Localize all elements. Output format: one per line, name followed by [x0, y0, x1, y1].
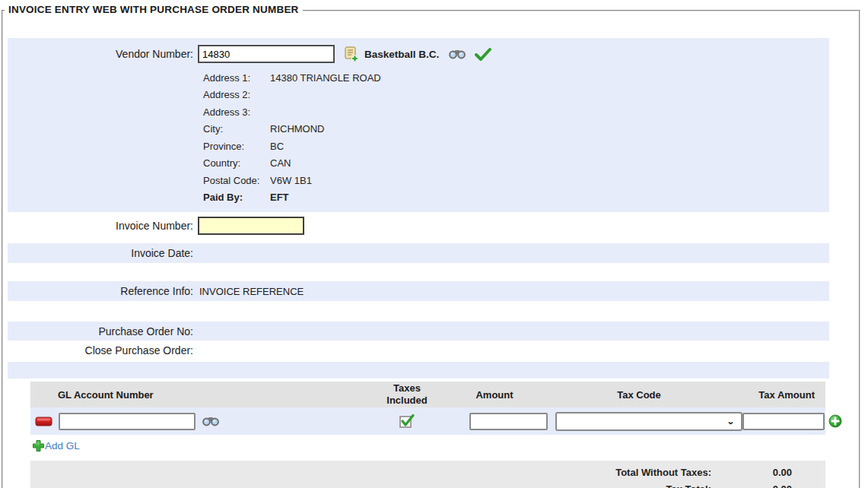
city-value: RICHMOND [270, 123, 325, 135]
empty-band [8, 362, 829, 379]
tax-total-label: Tax Total: [30, 483, 711, 488]
close-purchase-order-row: Close Purchase Order: [8, 341, 829, 360]
reference-info-label: Reference Info: [8, 285, 198, 297]
gl-account-input[interactable] [59, 413, 196, 430]
address-row: Postal Code: V6W 1B1 [203, 172, 829, 189]
vendor-section: Vendor Number: Basketball B.C. [8, 38, 829, 212]
vendor-address-block: Address 1: 14380 TRIANGLE ROAD Address 2… [203, 69, 829, 206]
tax-total-row: Tax Total: 0.00 [30, 481, 825, 488]
add-vendor-icon[interactable] [344, 46, 360, 62]
gl-table: GL Account Number Taxes Included Amount … [30, 382, 825, 435]
vendor-valid-check-icon [474, 47, 492, 62]
invoice-date-label: Invoice Date: [8, 247, 198, 259]
tax-total-value[interactable]: 0.00 [711, 483, 810, 488]
province-value: BC [270, 141, 284, 152]
vendor-name-text: Basketball B.C. [364, 49, 439, 60]
header-tax-amount: Tax Amount [730, 389, 825, 401]
totals-section: Total Without Taxes: 0.00 Tax Total: 0.0… [30, 461, 825, 488]
add-gl-row: Add GL [32, 436, 829, 455]
gl-table-row: ⌄ [30, 407, 825, 435]
address-row: Address 3: [203, 103, 829, 121]
invoice-number-row: Invoice Number: [8, 212, 829, 239]
chevron-down-icon: ⌄ [727, 417, 735, 426]
address-row: Country: CAN [203, 155, 829, 173]
address2-label: Address 2: [203, 89, 270, 100]
country-label: Country: [203, 157, 270, 169]
address-row: Address 1: 14380 TRIANGLE ROAD [203, 69, 829, 87]
add-gl-link[interactable]: Add GL [45, 440, 80, 452]
purchase-order-label: Purchase Order No: [8, 325, 198, 337]
invoice-number-label: Invoice Number: [8, 220, 198, 232]
vendor-search-binoculars-icon[interactable] [448, 47, 466, 61]
postal-code-value: V6W 1B1 [270, 175, 312, 186]
address1-label: Address 1: [203, 72, 270, 84]
address-row: City: RICHMOND [203, 121, 829, 138]
purchase-order-row: Purchase Order No: [8, 322, 829, 341]
invoice-number-input[interactable] [198, 217, 304, 235]
page-title: INVOICE ENTRY WEB WITH PURCHASE ORDER NU… [5, 4, 303, 15]
reference-info-value: INVOICE REFERENCE [198, 286, 304, 297]
invoice-entry-form: Vendor Number: Basketball B.C. [8, 38, 829, 488]
province-label: Province: [203, 141, 270, 152]
green-plus-icon[interactable] [32, 439, 45, 452]
vendor-number-input[interactable] [198, 45, 335, 63]
header-amount: Amount [441, 389, 548, 401]
gl-search-binoculars-icon[interactable] [202, 414, 220, 428]
address-row: Province: BC [203, 138, 829, 155]
country-value: CAN [270, 157, 291, 169]
total-without-taxes-row: Total Without Taxes: 0.00 [30, 464, 825, 481]
address-row: Address 2: [203, 87, 829, 104]
delete-row-icon[interactable] [35, 417, 52, 426]
header-tax-code: Tax Code [548, 389, 730, 401]
postal-code-label: Postal Code: [203, 175, 270, 186]
amount-input[interactable] [469, 413, 548, 430]
vendor-number-label: Vendor Number: [8, 48, 198, 60]
paid-by-row: Paid By: EFT [203, 189, 829, 207]
invoice-date-row: Invoice Date: [8, 243, 829, 263]
reference-info-row: Reference Info: INVOICE REFERENCE [8, 281, 829, 301]
city-label: City: [203, 123, 270, 135]
header-gl-account: GL Account Number [30, 389, 373, 401]
gl-table-header: GL Account Number Taxes Included Amount … [30, 382, 825, 407]
paid-by-value: EFT [270, 192, 289, 203]
address1-value: 14380 TRIANGLE ROAD [270, 72, 381, 84]
paid-by-label: Paid By: [203, 192, 270, 203]
header-taxes-included: Taxes Included [373, 382, 441, 406]
total-without-taxes-value: 0.00 [711, 467, 810, 478]
close-purchase-order-label: Close Purchase Order: [8, 344, 198, 356]
tax-code-select[interactable]: ⌄ [555, 412, 742, 431]
address3-label: Address 3: [203, 106, 270, 118]
add-row-plus-icon[interactable] [828, 414, 842, 428]
taxes-included-checkbox[interactable] [399, 413, 415, 429]
tax-amount-input[interactable] [742, 413, 825, 430]
total-without-taxes-label: Total Without Taxes: [30, 467, 711, 478]
